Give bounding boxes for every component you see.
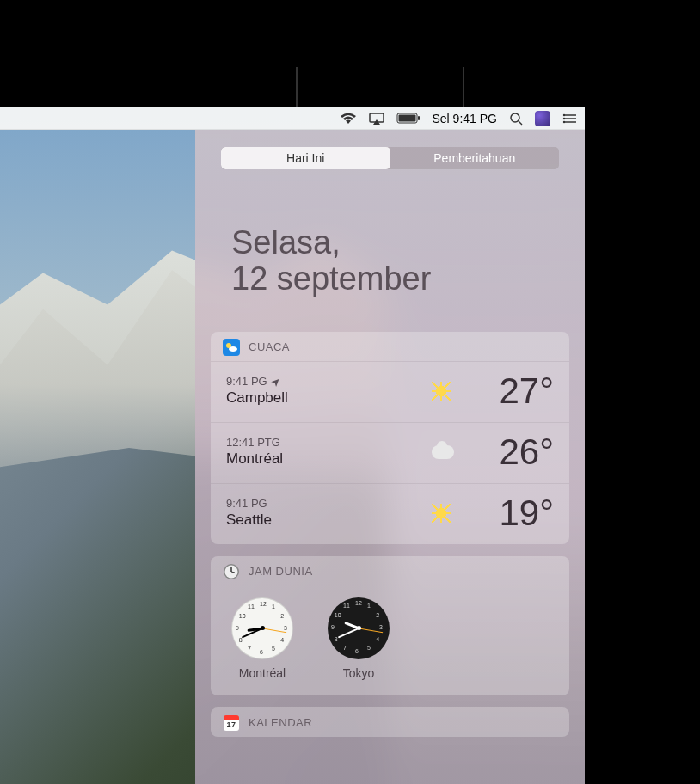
- clock-minute-hand: [338, 628, 359, 638]
- clock-hour-mark: 9: [236, 625, 239, 631]
- weather-condition: [432, 382, 459, 401]
- cloudy-icon: [432, 445, 454, 459]
- siri-icon[interactable]: [535, 111, 550, 126]
- svg-point-11: [563, 120, 565, 122]
- clock-hour-mark: 2: [376, 612, 379, 618]
- calendar-app-icon: 17: [223, 714, 240, 732]
- date-date: 12 september: [231, 261, 549, 297]
- clock-center: [261, 626, 265, 630]
- weather-widget-title: CUACA: [249, 340, 290, 353]
- svg-line-5: [519, 121, 522, 125]
- clock-hour-mark: 6: [355, 648, 359, 654]
- svg-point-4: [511, 113, 519, 122]
- calendar-widget-title: KALENDAR: [249, 716, 312, 729]
- spotlight-icon[interactable]: [509, 112, 523, 126]
- clock-hour-mark: 3: [284, 625, 287, 631]
- menubar: Sel 9:41 PG: [0, 107, 585, 130]
- weather-temp: 26°: [468, 432, 554, 473]
- clock-hour-mark: 5: [367, 645, 371, 651]
- weather-row[interactable]: 9:41 PGSeattle19°: [211, 483, 569, 544]
- clock-hour-mark: 9: [331, 624, 335, 630]
- notification-center-panel: Hari Ini Pemberitahuan Selasa, 12 septem…: [195, 130, 585, 784]
- worldclock-widget[interactable]: JAM DUNIA 123456789101112Montréal1234567…: [211, 556, 569, 695]
- clock-hour-mark: 4: [376, 636, 379, 642]
- svg-point-9: [563, 113, 565, 115]
- weather-time: 9:41 PG: [226, 497, 432, 510]
- weather-widget-header: CUACA: [211, 332, 569, 361]
- date-header: Selasa, 12 september: [195, 178, 585, 323]
- clock-hour-mark: 1: [272, 603, 275, 609]
- battery-icon[interactable]: [396, 113, 421, 124]
- weather-time: 12:41 PTG: [226, 436, 432, 449]
- calendar-widget[interactable]: 17 KALENDAR: [211, 707, 569, 737]
- clock-hour-mark: 10: [239, 613, 246, 619]
- svg-point-14: [229, 346, 237, 352]
- sunny-icon: [432, 382, 451, 401]
- clock-hour-mark: 1: [367, 603, 371, 609]
- clock-face: 123456789101112: [231, 597, 293, 659]
- notification-center-icon[interactable]: [562, 113, 578, 125]
- clock-hour-mark: 2: [280, 613, 284, 619]
- clock-item[interactable]: 123456789101112Montréal: [231, 597, 293, 680]
- clock-hour-mark: 6: [260, 649, 263, 655]
- clock-hour-mark: 5: [272, 646, 275, 652]
- date-day: Selasa,: [231, 225, 549, 261]
- weather-city: Seattle: [226, 511, 432, 529]
- weather-city: Montréal: [226, 450, 432, 468]
- clock-center: [357, 626, 361, 630]
- clock-city-label: Montréal: [239, 666, 286, 680]
- svg-rect-3: [418, 116, 420, 120]
- calendar-widget-header: 17 KALENDAR: [211, 707, 569, 737]
- weather-widget[interactable]: CUACA 9:41 PG ➤Campbell27°12:41 PTGMontr…: [211, 332, 569, 544]
- clock-hour-mark: 7: [343, 645, 347, 651]
- clock-second-hand: [262, 628, 286, 633]
- airplay-icon[interactable]: [369, 113, 384, 125]
- svg-point-10: [563, 117, 565, 119]
- clock-hour-mark: 12: [355, 600, 362, 606]
- tab-today[interactable]: Hari Ini: [221, 147, 390, 169]
- wifi-icon[interactable]: [340, 113, 357, 125]
- menubar-clock[interactable]: Sel 9:41 PG: [433, 112, 498, 126]
- weather-temp: 27°: [468, 371, 554, 412]
- weather-row[interactable]: 9:41 PG ➤Campbell27°: [211, 361, 569, 422]
- clock-hour-mark: 12: [260, 601, 267, 607]
- tabs: Hari Ini Pemberitahuan: [221, 147, 559, 169]
- weather-time: 9:41 PG ➤: [226, 375, 432, 388]
- weather-city: Campbell: [226, 389, 432, 407]
- clock-hour-mark: 10: [335, 612, 341, 618]
- worldclock-widget-header: JAM DUNIA: [211, 556, 569, 585]
- location-arrow-icon: ➤: [267, 373, 283, 389]
- clock-hour-mark: 11: [343, 603, 350, 609]
- weather-app-icon: [223, 339, 240, 356]
- clock-city-label: Tokyo: [343, 666, 375, 680]
- clock-hour-mark: 3: [379, 624, 383, 630]
- worldclock-widget-title: JAM DUNIA: [249, 565, 313, 578]
- clock-hour-mark: 7: [248, 646, 251, 652]
- clock-app-icon: [223, 563, 240, 580]
- weather-condition: [432, 504, 459, 523]
- clock-item[interactable]: 123456789101112Tokyo: [328, 597, 390, 680]
- svg-rect-2: [398, 115, 415, 122]
- weather-condition: [432, 445, 459, 459]
- clock-hour-mark: 4: [280, 637, 284, 643]
- clock-face: 123456789101112: [328, 597, 390, 659]
- weather-temp: 19°: [468, 493, 554, 534]
- weather-row[interactable]: 12:41 PTGMontréal26°: [211, 422, 569, 483]
- tab-notifications[interactable]: Pemberitahuan: [390, 147, 560, 169]
- clock-hour-mark: 11: [248, 603, 255, 609]
- sunny-icon: [432, 504, 451, 523]
